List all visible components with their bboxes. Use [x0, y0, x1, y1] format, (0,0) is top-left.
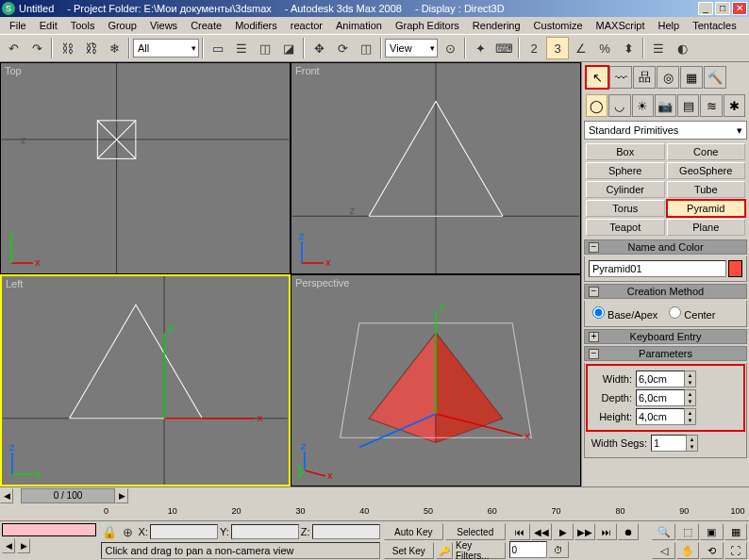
tab-hierarchy[interactable]: 品 — [633, 66, 656, 89]
obj-teapot[interactable]: Teapot — [586, 219, 665, 236]
height-spinner[interactable]: ▲▼ — [685, 408, 696, 425]
keyboard-shortcut-button[interactable]: ⌨ — [492, 37, 515, 59]
bind-spacewarp-button[interactable]: ❄ — [103, 37, 125, 59]
scroll-left[interactable]: ◀ — [0, 488, 13, 503]
menu-customize[interactable]: Customize — [528, 19, 589, 32]
menu-grapheditors[interactable]: Graph Editors — [390, 19, 465, 32]
obj-tube[interactable]: Tube — [667, 181, 746, 198]
selection-color[interactable] — [2, 523, 96, 536]
time-config-button[interactable]: ⏱ — [548, 541, 569, 558]
orbit-button[interactable]: ⟲ — [700, 542, 723, 559]
angle-snap-button[interactable]: ∠ — [570, 37, 592, 59]
tab-display[interactable]: ▦ — [680, 66, 703, 89]
x-input[interactable] — [150, 524, 218, 539]
zoom-extents-all-button[interactable]: ▦ — [724, 523, 747, 540]
zoom-button[interactable]: 🔍 — [652, 523, 674, 540]
height-input[interactable] — [636, 408, 685, 425]
menu-group[interactable]: Group — [102, 19, 142, 32]
menu-modifiers[interactable]: Modifiers — [229, 19, 283, 32]
lock-selection-icon[interactable]: 🔒 — [101, 523, 118, 540]
viewport-top[interactable]: Top z x y — [0, 62, 291, 274]
frame-slider[interactable]: 0 / 100 — [21, 488, 115, 503]
viewport-left[interactable]: Left x y y z — [0, 274, 291, 486]
spinner-snap-button[interactable]: ⬍ — [617, 37, 640, 59]
select-scale-button[interactable]: ◫ — [355, 37, 377, 59]
tab-utilities[interactable]: 🔨 — [704, 66, 726, 89]
abs-rel-icon[interactable]: ⊕ — [120, 523, 137, 540]
object-color-swatch[interactable] — [728, 260, 742, 277]
time-ruler[interactable]: 0 10 20 30 40 50 60 70 80 90 100 — [104, 503, 743, 520]
current-frame-input[interactable] — [509, 541, 547, 558]
obj-torus[interactable]: Torus — [586, 200, 665, 217]
obj-box[interactable]: Box — [586, 143, 665, 160]
snaps-2d-button[interactable]: 2 — [523, 37, 545, 59]
rollout-keyboard-entry[interactable]: +Keyboard Entry — [584, 329, 747, 344]
obj-plane[interactable]: Plane — [667, 219, 746, 236]
mirror-button[interactable]: ◐ — [671, 37, 693, 59]
maximize-viewport-button[interactable]: ⛶ — [724, 542, 747, 559]
zoom-extents-button[interactable]: ▣ — [700, 523, 723, 540]
selection-filter-combo[interactable]: All — [133, 39, 199, 58]
subtab-spacewarps[interactable]: ≋ — [700, 94, 722, 117]
obj-pyramid[interactable]: Pyramid — [667, 200, 746, 217]
rollout-parameters[interactable]: −Parameters — [584, 346, 747, 361]
obj-cone[interactable]: Cone — [667, 143, 746, 160]
select-by-name-button[interactable]: ☰ — [230, 37, 253, 59]
radio-center[interactable]: Center — [669, 306, 715, 321]
snaps-3d-button[interactable]: 3 — [546, 37, 569, 59]
z-input[interactable] — [312, 524, 380, 539]
keymode-selected[interactable]: Selected — [445, 523, 506, 540]
obj-sphere[interactable]: Sphere — [586, 162, 665, 179]
pan-button[interactable]: ✋ — [676, 542, 699, 559]
scroll-right[interactable]: ▶ — [115, 488, 128, 503]
subtab-systems[interactable]: ✱ — [724, 94, 745, 117]
y-input[interactable] — [231, 524, 299, 539]
unlink-button[interactable]: ⛓̸ — [79, 37, 102, 59]
widthsegs-spinner[interactable]: ▲▼ — [687, 435, 698, 452]
key-mode-toggle[interactable]: ⏺ — [618, 523, 639, 540]
tab-motion[interactable]: ◎ — [657, 66, 679, 89]
named-selection-button[interactable]: ☰ — [647, 37, 670, 59]
select-rotate-button[interactable]: ⟳ — [331, 37, 354, 59]
menu-file[interactable]: File — [4, 19, 32, 32]
subtab-cameras[interactable]: 📷 — [655, 94, 676, 117]
width-input[interactable] — [636, 371, 685, 387]
subtab-helpers[interactable]: ▤ — [677, 94, 699, 117]
tab-modify[interactable]: 〰 — [609, 66, 632, 89]
menu-rendering[interactable]: Rendering — [467, 19, 526, 32]
menu-animation[interactable]: Animation — [330, 19, 388, 32]
subtab-shapes[interactable]: ◡ — [608, 94, 630, 117]
widthsegs-input[interactable] — [651, 435, 687, 452]
category-select[interactable]: Standard Primitives — [584, 121, 747, 140]
rollout-creation-method[interactable]: −Creation Method — [584, 284, 747, 299]
rollout-name-color[interactable]: −Name and Color — [584, 239, 747, 255]
subtab-lights[interactable]: ☀ — [632, 94, 654, 117]
tab-create[interactable]: ↖ — [586, 66, 608, 89]
maximize-button[interactable]: □ — [715, 2, 730, 15]
width-spinner[interactable]: ▲▼ — [685, 371, 696, 387]
key-icon[interactable]: 🔑 — [436, 542, 453, 559]
menu-tentacles[interactable]: Tentacles — [687, 19, 741, 32]
menu-maxscript[interactable]: MAXScript — [591, 19, 651, 32]
menu-reactor[interactable]: reactor — [285, 19, 328, 32]
undo-button[interactable]: ↶ — [2, 37, 25, 59]
keyfilters-button[interactable]: Key Filters... — [455, 542, 506, 559]
radio-base-apex[interactable]: Base/Apex — [592, 306, 657, 321]
autokey-button[interactable]: Auto Key — [384, 523, 444, 540]
play-button[interactable]: ▶ — [553, 523, 574, 540]
link-button[interactable]: ⛓ — [56, 37, 78, 59]
obj-geosphere[interactable]: GeoSphere — [667, 162, 746, 179]
minimize-button[interactable]: _ — [698, 2, 713, 15]
prev-frame-button[interactable]: ◀◀ — [531, 523, 552, 540]
redo-button[interactable]: ↷ — [25, 37, 48, 59]
menu-views[interactable]: Views — [144, 19, 183, 32]
viewport-perspective[interactable]: Perspective x y x y z — [291, 274, 581, 486]
percent-snap-button[interactable]: % — [593, 37, 616, 59]
menu-help[interactable]: Help — [653, 19, 686, 32]
select-move-button[interactable]: ✥ — [308, 37, 330, 59]
close-button[interactable]: ✕ — [732, 2, 747, 15]
window-crossing-button[interactable]: ◪ — [277, 37, 300, 59]
select-region-button[interactable]: ◫ — [254, 37, 276, 59]
depth-spinner[interactable]: ▲▼ — [685, 389, 696, 406]
pivot-center-button[interactable]: ⊙ — [439, 37, 461, 59]
